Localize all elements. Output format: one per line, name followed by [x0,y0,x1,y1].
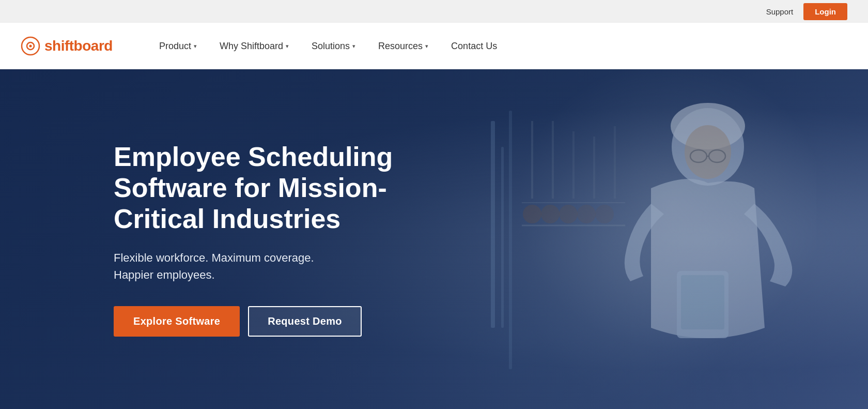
hero-section: Employee Scheduling Software for Mission… [0,69,868,409]
hero-title: Employee Scheduling Software for Mission… [114,142,444,234]
top-bar: Support Login [0,0,868,23]
nav-links: Product ▾ Why Shiftboard ▾ Solutions ▾ R… [148,23,508,69]
svg-point-15 [541,205,560,223]
worker-illustration [491,69,827,409]
nav-item-resources[interactable]: Resources ▾ [367,23,440,69]
logo-icon [21,36,40,56]
svg-point-17 [577,205,596,223]
navbar: shiftboard Product ▾ Why Shiftboard ▾ So… [0,23,868,69]
svg-point-16 [559,205,578,223]
svg-rect-8 [681,275,724,329]
nav-item-contact[interactable]: Contact Us [440,23,508,69]
hero-buttons: Explore Software Request Demo [114,306,444,337]
svg-point-2 [29,44,32,47]
chevron-down-icon: ▾ [425,23,428,69]
svg-rect-4 [501,147,504,328]
support-link[interactable]: Support [766,7,794,16]
svg-rect-5 [509,111,512,369]
hero-subtitle: Flexible workforce. Maximum coverage.Hap… [114,249,444,283]
nav-item-solutions[interactable]: Solutions ▾ [300,23,367,69]
login-button[interactable]: Login [803,3,847,20]
svg-point-14 [523,205,541,223]
request-demo-button[interactable]: Request Demo [248,306,362,337]
logo-text: shiftboard [44,38,113,54]
svg-rect-3 [491,121,495,328]
nav-item-why-shiftboard[interactable]: Why Shiftboard ▾ [208,23,300,69]
nav-item-product[interactable]: Product ▾ [148,23,208,69]
svg-point-18 [595,205,614,223]
chevron-down-icon: ▾ [194,23,197,69]
chevron-down-icon: ▾ [286,23,289,69]
explore-software-button[interactable]: Explore Software [114,306,240,337]
logo[interactable]: shiftboard [21,36,117,56]
hero-content: Employee Scheduling Software for Mission… [0,142,444,336]
chevron-down-icon: ▾ [352,23,355,69]
